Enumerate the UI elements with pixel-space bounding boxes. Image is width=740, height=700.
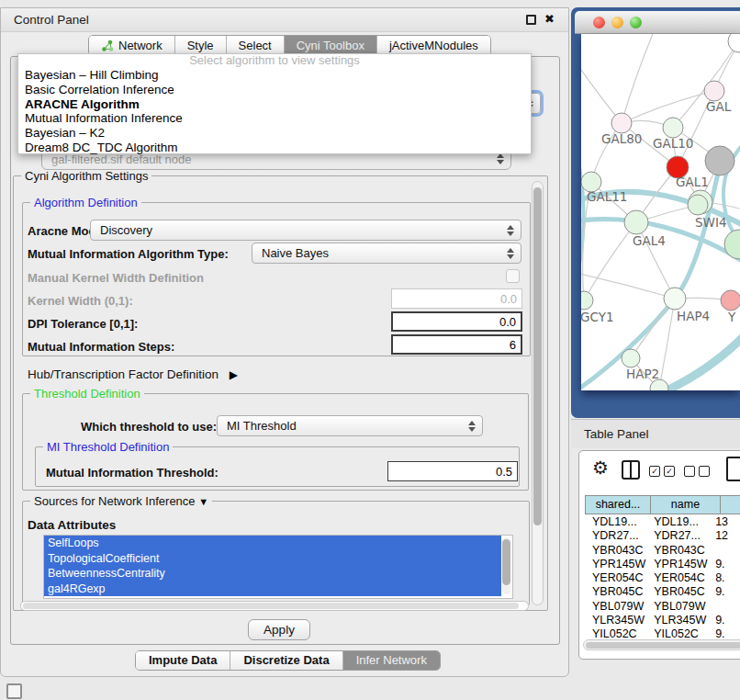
mi-threshold-legend: MI Threshold Definition: [43, 440, 173, 454]
network-edge[interactable]: [622, 91, 714, 123]
network-node-swi4[interactable]: [688, 195, 708, 215]
sources-legend[interactable]: Sources for Network Inference ▼: [30, 494, 212, 508]
zoom-window-icon[interactable]: [630, 17, 642, 28]
manual-kernel-checkbox[interactable]: [506, 269, 520, 283]
tab-select[interactable]: Select: [227, 36, 285, 55]
minimize-window-icon[interactable]: [611, 17, 623, 28]
algorithm-option-aracne-algorithm[interactable]: ARACNE Algorithm: [18, 97, 531, 112]
column-header-shared[interactable]: shared...: [585, 495, 651, 514]
algorithm-option-bayesian-hill-climbing[interactable]: Bayesian – Hill Climbing: [18, 68, 531, 83]
network-node-gal4[interactable]: [624, 210, 648, 234]
algorithm-option-dream8-dc-tdc-algorithm[interactable]: Dream8 DC_TDC Algorithm: [18, 141, 531, 155]
network-node-gal10[interactable]: [663, 118, 683, 138]
network-node-gal80[interactable]: [611, 113, 632, 133]
table-panel-title: Table Panel: [584, 427, 649, 441]
network-node-gcy1[interactable]: [581, 291, 593, 310]
float-panel-icon[interactable]: [526, 15, 536, 25]
table-cell: YBL079W: [585, 600, 646, 614]
algorithm-dropdown-popup: Select algorithm to view settings Bayesi…: [17, 53, 532, 154]
which-threshold-label: Which threshold to use:: [81, 420, 217, 434]
table-row[interactable]: YBR045CYBR045C9.: [585, 585, 740, 599]
deselect-all-checkbox-icon[interactable]: [684, 466, 695, 477]
export-table-icon[interactable]: [726, 457, 740, 481]
attributes-scrollbar[interactable]: [502, 537, 510, 594]
dpi-tolerance-field[interactable]: [391, 311, 522, 332]
network-node-gal[interactable]: [704, 81, 724, 101]
attribute-item-selfloops[interactable]: SelfLoops: [44, 536, 501, 551]
select-all-checkbox-icon[interactable]: ✓: [649, 466, 660, 477]
data-attributes-label: Data Attributes: [28, 518, 116, 532]
node-label: GAL10: [653, 136, 693, 151]
node-label: GAL4: [633, 233, 666, 248]
column-header-name[interactable]: name: [651, 495, 721, 514]
cyni-settings-legend: Cyni Algorithm Settings: [21, 169, 151, 183]
network-edge[interactable]: [581, 62, 622, 123]
network-node-y[interactable]: [721, 290, 740, 310]
close-window-icon[interactable]: [593, 17, 605, 28]
algorithm-option-mutual-information-inference[interactable]: Mutual Information Inference: [18, 111, 531, 126]
mi-type-combo[interactable]: Naive Bayes: [252, 243, 521, 264]
mi-type-label: Mutual Information Algorithm Type:: [28, 247, 229, 261]
apply-button[interactable]: Apply: [248, 619, 310, 640]
kernel-width-field[interactable]: [391, 288, 522, 309]
table-row[interactable]: YBL079WYBL079W: [585, 600, 740, 614]
tab-cyni-toolbox[interactable]: Cyni Toolbox: [285, 36, 377, 55]
network-node-hap2[interactable]: [622, 349, 640, 367]
network-edge[interactable]: [581, 273, 675, 299]
network-node[interactable]: [724, 230, 740, 259]
attribute-item-topologicalcoefficient[interactable]: TopologicalCoefficient: [44, 551, 501, 567]
column-layout-icon[interactable]: [622, 460, 640, 480]
data-attributes-list: SelfLoopsTopologicalCoefficientBetweenne…: [43, 535, 513, 599]
combo-arrows-icon: [468, 420, 476, 433]
table-cell: 13: [712, 515, 740, 529]
network-node-hap4[interactable]: [664, 288, 686, 310]
node-label: SWI4: [695, 215, 727, 230]
close-panel-icon[interactable]: ✖: [544, 12, 555, 26]
table-cell: YER054C: [585, 571, 646, 585]
which-threshold-combo[interactable]: MI Threshold: [217, 415, 483, 436]
bottom-tab-impute-data[interactable]: Impute Data: [136, 651, 230, 670]
mi-threshold-field[interactable]: [387, 461, 518, 481]
table-horizontal-scrollbar[interactable]: [583, 639, 740, 650]
table-cell: YBR045C: [585, 585, 646, 599]
bottom-tab-discretize-data[interactable]: Discretize Data: [230, 651, 342, 670]
select-all-checkbox-icon-2[interactable]: ✓: [664, 466, 675, 477]
minimized-panel-icon[interactable]: [6, 683, 22, 699]
mi-steps-field[interactable]: [391, 334, 522, 355]
table-row[interactable]: YLR345WYLR345W9.: [585, 614, 740, 627]
table-row[interactable]: YDL19...YDL19...13: [585, 515, 740, 529]
deselect-all-checkbox-icon-2[interactable]: [699, 466, 710, 477]
hub-definition-expander[interactable]: Hub/Transcription Factor Definition ▶: [28, 367, 238, 381]
network-edge[interactable]: [622, 34, 655, 123]
tab-jactivemnodules[interactable]: jActiveMNodules: [377, 36, 490, 55]
table-cell: YDR27...: [585, 529, 646, 543]
table-row[interactable]: YDR27...YDR27...12: [585, 529, 740, 543]
application-window: Control Panel ✖ NetworkStyleSelectCyni T…: [0, 0, 740, 700]
algorithm-option-bayesian-k2[interactable]: Bayesian – K2: [18, 126, 531, 141]
network-edge[interactable]: [584, 222, 636, 300]
node-label: GAL11: [587, 189, 627, 204]
settings-horizontal-scrollbar[interactable]: [20, 601, 529, 611]
network-node[interactable]: [728, 34, 740, 52]
network-view-window: GALGAL80GAL10GAL1GAL11GAL4SWI4GCY1HAP4YH…: [571, 7, 740, 418]
node-label: GAL1: [676, 175, 709, 189]
network-node[interactable]: [705, 146, 734, 175]
table-row[interactable]: YER054CYER054C8.: [585, 571, 740, 585]
settings-vertical-scrollbar[interactable]: [532, 181, 544, 605]
network-canvas[interactable]: GALGAL80GAL10GAL1GAL11GAL4SWI4GCY1HAP4YH…: [581, 34, 740, 390]
attribute-item-betweennesscentrality[interactable]: BetweennessCentrality: [44, 566, 501, 581]
network-window-titlebar[interactable]: [575, 11, 740, 34]
mi-threshold-label: Mutual Information Threshold:: [46, 466, 219, 480]
bottom-tab-infer-network[interactable]: Infer Network: [343, 651, 440, 670]
table-cell: YPR145W: [646, 558, 712, 571]
table-settings-gear-icon[interactable]: ⚙: [592, 457, 609, 479]
attribute-item-gal4rgexp[interactable]: gal4RGexp: [44, 581, 501, 597]
tab-network[interactable]: Network: [89, 36, 175, 55]
aracne-mode-combo[interactable]: Discovery: [90, 220, 521, 241]
table-cell: 12: [712, 529, 740, 543]
table-row[interactable]: YPR145WYPR145W9.: [585, 558, 740, 571]
table-row[interactable]: YBR043CYBR043C: [585, 544, 740, 558]
algorithm-option-basic-correlation-inference[interactable]: Basic Correlation Inference: [18, 83, 531, 97]
column-header-col2[interactable]: [721, 495, 740, 514]
tab-style[interactable]: Style: [175, 36, 227, 55]
